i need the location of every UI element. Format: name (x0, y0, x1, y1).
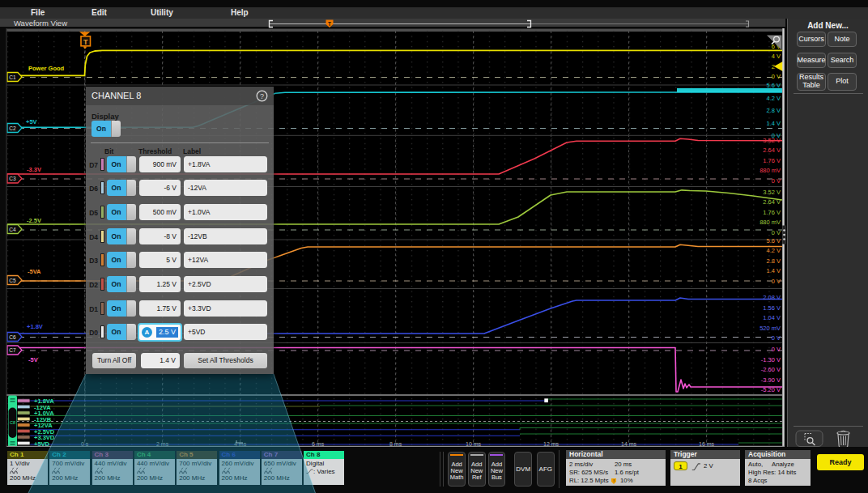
svg-text:1.04 V: 1.04 V (763, 314, 781, 321)
svg-text:+5V: +5V (26, 118, 37, 125)
svg-text:C3: C3 (9, 176, 16, 181)
svg-text:-5V: -5V (28, 356, 38, 363)
svg-text:3.52 V: 3.52 V (763, 137, 781, 144)
svg-text:C5: C5 (9, 278, 16, 283)
svg-text:880 mV: 880 mV (760, 167, 781, 174)
svg-text:520 mV: 520 mV (760, 325, 781, 332)
svg-text:0 V: 0 V (772, 177, 781, 185)
svg-text:C1: C1 (9, 74, 16, 80)
svg-text:-5.20 V: -5.20 V (761, 386, 781, 393)
svg-text:0 V: 0 V (772, 278, 781, 285)
svg-text:0 V: 0 V (772, 334, 781, 342)
svg-text:4.2 V: 4.2 V (766, 247, 781, 254)
svg-text:1.4 V: 1.4 V (766, 267, 781, 274)
svg-text:1.56 V: 1.56 V (763, 304, 781, 312)
svg-text:5.6 V: 5.6 V (766, 82, 781, 89)
svg-text:-5VA: -5VA (28, 268, 41, 275)
svg-text:880 mV: 880 mV (760, 219, 781, 226)
svg-text:5.6 V: 5.6 V (766, 237, 781, 244)
svg-text:-2.5V: -2.5V (27, 217, 41, 224)
svg-text:0 V: 0 V (772, 229, 781, 236)
svg-text:2.8 V: 2.8 V (766, 107, 781, 114)
svg-text:-2.60 V: -2.60 V (761, 366, 781, 373)
svg-text:C8: C8 (10, 420, 15, 425)
svg-text:-3.3V: -3.3V (27, 166, 41, 173)
svg-text:C7: C7 (9, 347, 16, 353)
svg-text:1.76 V: 1.76 V (763, 209, 781, 216)
svg-text:C2: C2 (9, 125, 16, 131)
svg-text:2.64 V: 2.64 V (763, 198, 781, 206)
svg-text:C6: C6 (9, 334, 16, 340)
svg-text:-3.90 V: -3.90 V (761, 376, 781, 384)
svg-text:?: ? (260, 92, 264, 100)
svg-text:-1.30 V: -1.30 V (761, 356, 781, 363)
svg-text:T: T (328, 21, 331, 27)
svg-text:1.76 V: 1.76 V (763, 157, 781, 164)
svg-text:1.4 V: 1.4 V (766, 120, 781, 127)
svg-text:2.8 V: 2.8 V (766, 257, 781, 265)
svg-text:0 V: 0 V (772, 346, 781, 353)
svg-text:0 V: 0 V (772, 73, 781, 80)
svg-text:+1.8V: +1.8V (27, 323, 43, 330)
svg-text:C4: C4 (9, 227, 16, 232)
svg-text:4 V: 4 V (772, 53, 781, 60)
svg-text:2.08 V: 2.08 V (763, 294, 781, 301)
svg-text:4.2 V: 4.2 V (766, 95, 781, 102)
svg-text:T: T (83, 38, 88, 46)
svg-text:3.52 V: 3.52 V (763, 189, 781, 196)
svg-text:Power Good: Power Good (28, 65, 65, 72)
svg-text:2.64 V: 2.64 V (763, 147, 781, 154)
